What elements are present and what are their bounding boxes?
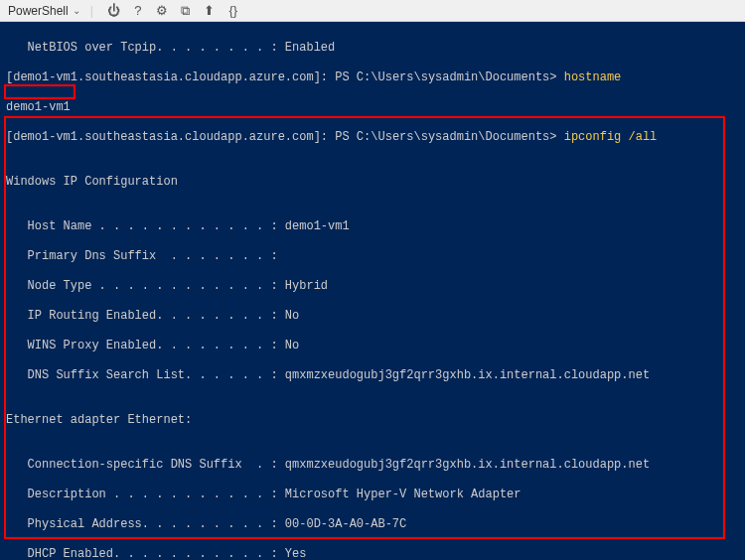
output-line: WINS Proxy Enabled. . . . . . . . : No — [6, 339, 739, 353]
output-line: NetBIOS over Tcpip. . . . . . . . : Enab… — [6, 41, 739, 56]
tab-title: PowerShell — [8, 4, 69, 18]
annotation-highlight-hostname — [4, 84, 75, 99]
command-text: hostname — [564, 70, 622, 84]
copy-icon[interactable]: ⧉ — [179, 4, 193, 18]
prompt-host: [demo1-vm1.southeastasia.cloudapp.azure.… — [6, 130, 335, 144]
prompt-path: PS C:\Users\sysadmin\Documents> — [335, 130, 563, 144]
help-icon[interactable]: ? — [131, 4, 145, 18]
output-line: Description . . . . . . . . . . . : Micr… — [6, 488, 739, 502]
divider: | — [90, 4, 93, 18]
prompt-host: [demo1-vm1.southeastasia.cloudapp.azure.… — [6, 70, 335, 84]
adapter-title: Ethernet adapter Ethernet: — [6, 413, 739, 428]
terminal-output[interactable]: NetBIOS over Tcpip. . . . . . . . : Enab… — [0, 22, 745, 560]
gear-icon[interactable]: ⚙ — [155, 4, 169, 18]
output-line: Primary Dns Suffix . . . . . . . : — [6, 249, 739, 264]
tab-powershell[interactable]: PowerShell ⌄ — [8, 4, 80, 18]
upload-icon[interactable]: ⬆ — [203, 4, 217, 18]
window-titlebar: PowerShell ⌄ | ⏻ ? ⚙ ⧉ ⬆ {} — [0, 0, 745, 22]
power-icon[interactable]: ⏻ — [107, 4, 121, 18]
ipconfig-title: Windows IP Configuration — [6, 175, 739, 190]
chevron-down-icon[interactable]: ⌄ — [73, 5, 80, 16]
hostname-output: demo1-vm1 — [6, 100, 739, 115]
output-line: DHCP Enabled. . . . . . . . . . . : Yes — [6, 547, 739, 560]
output-line: IP Routing Enabled. . . . . . . . : No — [6, 309, 739, 324]
prompt-path: PS C:\Users\sysadmin\Documents> — [335, 70, 563, 84]
prompt-line: [demo1-vm1.southeastasia.cloudapp.azure.… — [6, 130, 739, 145]
prompt-line: [demo1-vm1.southeastasia.cloudapp.azure.… — [6, 70, 739, 85]
output-line: Host Name . . . . . . . . . . . . : demo… — [6, 219, 739, 234]
command-text: ipconfig /all — [564, 130, 658, 144]
braces-icon[interactable]: {} — [226, 4, 240, 18]
output-line: Node Type . . . . . . . . . . . . : Hybr… — [6, 279, 739, 294]
output-line: DNS Suffix Search List. . . . . . : qmxm… — [6, 368, 739, 383]
output-line: Connection-specific DNS Suffix . : qmxmz… — [6, 458, 739, 473]
output-line: Physical Address. . . . . . . . . : 00-0… — [6, 517, 739, 532]
